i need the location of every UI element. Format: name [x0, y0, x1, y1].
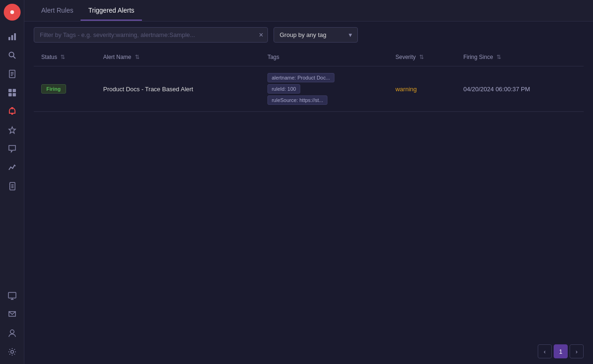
alerts-table: Status ⇅ Alert Name ⇅ Tags Severity ⇅ [34, 48, 584, 112]
pagination-page-1[interactable]: 1 [554, 344, 568, 358]
pagination-next-button[interactable]: › [570, 344, 584, 358]
column-header-severity[interactable]: Severity ⇅ [388, 48, 456, 66]
sidebar-item-notebook[interactable] [4, 178, 21, 195]
cell-tags: alertname: Product Doc...ruleId: 100rule… [260, 66, 388, 112]
sort-icon-status: ⇅ [60, 54, 65, 60]
svg-rect-3 [11, 35, 13, 40]
filter-clear-button[interactable]: × [258, 30, 264, 40]
column-header-tags: Tags [260, 48, 388, 66]
tag-badge[interactable]: ruleSource: https://st... [267, 95, 327, 105]
toolbar: × Group by any tagseverityalertnamerules… [24, 22, 593, 48]
svg-rect-13 [8, 93, 12, 96]
cell-status: Firing [34, 66, 96, 112]
cell-severity: warning [388, 66, 456, 112]
column-header-status[interactable]: Status ⇅ [34, 48, 96, 66]
cell-firing-since: 04/20/2024 06:00:37 PM [456, 66, 584, 112]
sidebar-item-analytics[interactable] [4, 28, 21, 45]
sidebar-item-chat[interactable] [4, 140, 21, 157]
sidebar-item-documents[interactable] [4, 66, 21, 82]
sidebar-item-message[interactable] [4, 306, 21, 323]
sidebar-item-user[interactable] [4, 325, 21, 342]
tag-badge[interactable]: alertname: Product Doc... [267, 73, 334, 82]
sidebar-item-star[interactable] [4, 122, 21, 138]
tag-badge[interactable]: ruleId: 100 [267, 84, 300, 94]
table-row[interactable]: FiringProduct Docs - Trace Based Alertal… [34, 66, 584, 112]
filter-input[interactable] [34, 27, 268, 43]
svg-rect-11 [8, 89, 12, 92]
svg-marker-17 [9, 127, 15, 133]
table-header-row: Status ⇅ Alert Name ⇅ Tags Severity ⇅ [34, 48, 584, 66]
column-header-firing-since[interactable]: Firing Since ⇅ [456, 48, 584, 66]
cell-alert-name: Product Docs - Trace Based Alert [96, 66, 260, 112]
sidebar-item-settings[interactable] [4, 343, 21, 360]
pagination: ‹ 1 › [24, 339, 593, 364]
sort-icon-firing-since: ⇅ [497, 54, 501, 60]
sidebar-item-alerts[interactable] [4, 103, 21, 120]
sidebar-item-search[interactable] [4, 47, 21, 64]
svg-rect-2 [8, 37, 10, 40]
svg-rect-25 [8, 292, 16, 298]
svg-rect-12 [13, 89, 16, 92]
sort-icon-alert-name: ⇅ [135, 54, 140, 60]
status-badge: Firing [41, 84, 66, 94]
column-header-alert-name[interactable]: Alert Name ⇅ [96, 48, 260, 66]
svg-rect-4 [14, 33, 16, 40]
tab-triggered-alerts[interactable]: Triggered Alerts [81, 1, 141, 21]
tab-alert-rules[interactable]: Alert Rules [34, 1, 81, 21]
sidebar-item-chart[interactable] [4, 159, 21, 176]
group-by-select[interactable]: Group by any tagseverityalertnamerulesou… [274, 27, 358, 43]
svg-point-5 [9, 52, 14, 57]
svg-point-16 [11, 108, 13, 109]
svg-point-28 [10, 330, 14, 334]
svg-point-1 [10, 10, 14, 14]
svg-point-29 [11, 350, 14, 353]
group-by-wrapper: Group by any tagseverityalertnamerulesou… [274, 27, 358, 43]
main-content: Alert Rules Triggered Alerts × Group by … [24, 0, 593, 364]
filter-wrapper: × [34, 27, 268, 43]
app-logo [4, 4, 21, 21]
sidebar [0, 0, 24, 364]
sidebar-item-monitor[interactable] [4, 287, 21, 304]
table-container: Status ⇅ Alert Name ⇅ Tags Severity ⇅ [24, 48, 593, 339]
svg-line-6 [13, 57, 15, 59]
pagination-prev-button[interactable]: ‹ [538, 344, 552, 358]
svg-rect-14 [13, 93, 16, 96]
tabs-bar: Alert Rules Triggered Alerts [24, 0, 593, 22]
sort-icon-severity: ⇅ [419, 54, 424, 60]
sidebar-item-grid[interactable] [4, 84, 21, 101]
